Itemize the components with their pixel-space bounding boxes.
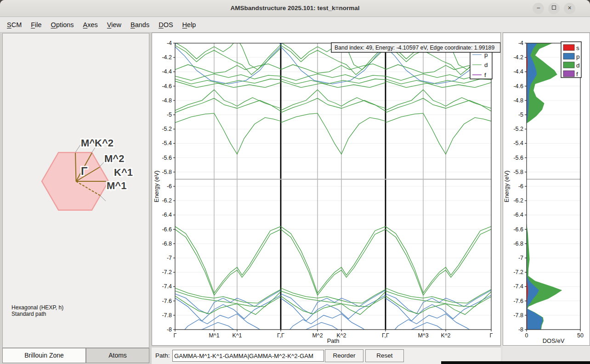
band-xtick-label: M^2 [312, 332, 323, 339]
brillouin-zone-panel[interactable]: M^3K^2M^2ΓK^1M^1 Hexagonal (HEXP, h) Sta… [2, 33, 149, 348]
band-ytick-label: -5 [167, 112, 172, 118]
minimize-button[interactable]: − [533, 3, 544, 14]
dos-ytick-label: -7.2 [513, 269, 523, 275]
close-button[interactable]: × [564, 3, 575, 14]
menu-item-help[interactable]: Help [181, 20, 198, 29]
minimize-icon: − [536, 4, 540, 11]
bz-kpoint-label: K^1 [114, 167, 133, 178]
band-ytick-label: -7.4 [162, 283, 172, 290]
dos-ytick-label: -5.4 [513, 140, 523, 146]
menu-item-scm[interactable]: SCM [6, 20, 23, 29]
title-bar: AMSbandstructure 2025.101: test_k=normal… [0, 0, 590, 17]
window-title: AMSbandstructure 2025.101: test_k=normal [0, 5, 590, 11]
dos-ytick-label: -6.4 [513, 212, 523, 218]
band-ytick-label: -4.6 [162, 83, 172, 90]
dos-ytick-label: -7.8 [513, 312, 523, 319]
menu-item-file[interactable]: File [29, 20, 43, 29]
band-ytick-label: -6 [167, 183, 172, 190]
dos-ytick-label: -5 [518, 112, 523, 118]
bz-kpoint-label: M^2 [104, 153, 124, 164]
band-ytick-label: -5.8 [162, 169, 172, 175]
band-ytick-label: -5.4 [162, 140, 172, 146]
band-yaxis-title: Energy (eV) [153, 170, 160, 202]
dos-ytick-label: -6.2 [513, 197, 523, 204]
dos-ytick-label: -7 [518, 255, 523, 261]
band-xtick-label: K^1 [232, 332, 242, 339]
brillouin-zone-drawing: M^3K^2M^2ΓK^1M^1 [3, 34, 149, 291]
dos-legend-label: s [576, 45, 579, 51]
band-ytick-label: -7.8 [162, 312, 172, 319]
dos-legend-label: d [576, 62, 580, 69]
dos-panel-footer [503, 346, 590, 361]
maximize-icon [552, 6, 556, 10]
dos-ytick-label: -6 [518, 183, 523, 190]
band-tooltip-text: Band index: 49, Energy: -4.10597 eV, Edg… [335, 45, 494, 51]
window-bottom-edge [441, 361, 590, 364]
lattice-type-text: Hexagonal (HEXP, h) [11, 304, 63, 311]
band-xtick-label: Γ [490, 332, 493, 339]
menu-item-dos[interactable]: DOS [157, 20, 174, 29]
reset-button[interactable]: Reset [365, 349, 404, 362]
band-ytick-label: -8 [167, 326, 172, 333]
band-xtick-label: Γ,Γ [277, 332, 284, 339]
dos-ytick-label: -5.2 [513, 126, 523, 132]
dos-ytick-label: -4.2 [513, 54, 523, 61]
dos-ytick-label: -7.6 [513, 298, 523, 304]
dos-ytick-label: -5.8 [513, 169, 523, 175]
band-xtick-label: Γ [174, 332, 177, 339]
band-ytick-label: -4.4 [162, 68, 172, 75]
dos-ytick-label: -4 [518, 40, 523, 46]
band-ytick-label: -7 [167, 255, 172, 261]
band-ytick-label: -6.6 [162, 226, 172, 233]
band-ytick-label: -7.6 [162, 298, 172, 304]
band-ytick-label: -4.8 [162, 97, 172, 104]
maximize-button[interactable] [548, 3, 560, 14]
dos-xaxis-title: DOS/eV [543, 337, 565, 344]
dos-ytick-label: -6.6 [513, 226, 523, 233]
menu-item-options[interactable]: Options [50, 20, 75, 29]
dos-legend-label: f [576, 71, 578, 78]
dos-xtick-label: 50 [577, 332, 584, 339]
dos-ytick-label: -4.8 [513, 97, 523, 104]
dos-plot[interactable]: -4-4.2-4.4-4.6-4.8-5-5.2-5.4-5.6-5.8-6-6… [503, 33, 590, 345]
menu-item-axes[interactable]: Axes [82, 20, 99, 29]
tab-brillouin-zone[interactable]: Brillouin Zone [2, 348, 86, 363]
bz-kpoint-label: Γ [81, 165, 88, 177]
band-xtick-label: Γ,Γ [382, 332, 389, 339]
band-legend-label: f [484, 72, 486, 78]
band-xtick-label: M^1 [209, 332, 219, 339]
dos-ytick-label: -4.4 [513, 68, 523, 75]
menu-item-bands[interactable]: Bands [129, 20, 151, 29]
path-label: Path: [155, 352, 170, 359]
band-ytick-label: -4.2 [162, 54, 172, 61]
path-type-text: Standard path [11, 311, 63, 317]
dos-ytick-label: -7.4 [513, 283, 523, 290]
close-icon: × [567, 4, 571, 11]
tab-atoms[interactable]: Atoms [86, 348, 149, 363]
band-ytick-label: -6.8 [162, 241, 172, 247]
band-xaxis-title: Path [327, 337, 340, 344]
bz-kpoint-label: M^1 [107, 180, 126, 191]
band-structure-plot[interactable]: -4-4.2-4.4-4.6-4.8-5-5.2-5.4-5.6-5.8-6-6… [152, 33, 500, 345]
dos-legend-label: p [576, 53, 580, 60]
path-input[interactable] [172, 350, 324, 362]
band-ytick-label: -6.4 [162, 212, 172, 218]
dos-ytick-label: -5.6 [513, 155, 523, 161]
bz-kpoint-label: K^2 [95, 137, 113, 149]
band-ytick-label: -6.2 [162, 197, 172, 204]
band-ytick-label: -7.2 [162, 269, 172, 275]
menu-bar: SCMFileOptionsAxesViewBandsDOSHelp [0, 17, 590, 33]
band-legend-label: d [484, 62, 488, 68]
dos-panel: -4-4.2-4.4-4.6-4.8-5-5.2-5.4-5.6-5.8-6-6… [503, 33, 590, 346]
bz-leader-line [100, 196, 106, 201]
band-ytick-label: -5.2 [162, 126, 172, 132]
band-structure-panel: -4-4.2-4.4-4.6-4.8-5-5.2-5.4-5.6-5.8-6-6… [152, 33, 501, 346]
reorder-button[interactable]: Reorder [325, 349, 363, 362]
menu-item-view[interactable]: View [106, 20, 123, 29]
dos-ytick-label: -4.6 [513, 83, 523, 90]
band-ytick-label: -5.6 [162, 155, 172, 161]
dos-yaxis-title: Energy (eV) [503, 170, 510, 202]
dos-ytick-label: -8 [518, 326, 523, 333]
band-ytick-label: -4 [167, 40, 172, 46]
app-window: AMSbandstructure 2025.101: test_k=normal… [0, 0, 590, 364]
